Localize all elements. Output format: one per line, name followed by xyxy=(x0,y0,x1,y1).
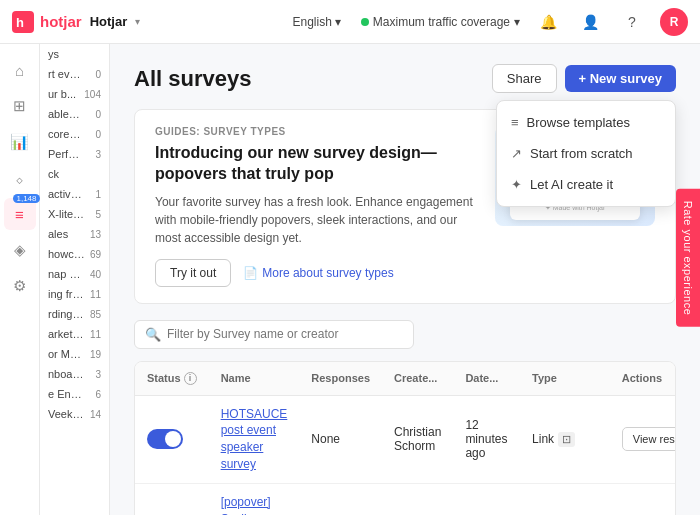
brand-caret-icon[interactable]: ▾ xyxy=(135,16,140,27)
browse-templates-item[interactable]: ≡ Browse templates xyxy=(497,107,675,138)
sidebar-item-label: activation... xyxy=(48,188,85,200)
surveys-table: Status i Name Responses Create... Date..… xyxy=(134,361,676,515)
sidebar-item-label: Veekly Su... xyxy=(48,408,85,420)
avatar[interactable]: R xyxy=(660,8,688,36)
status-cell xyxy=(135,483,209,515)
try-it-out-button[interactable]: Try it out xyxy=(155,259,231,287)
sidebar-item-count: 3 xyxy=(85,369,101,380)
brand-name: hotjar xyxy=(40,13,82,30)
traffic-coverage-selector[interactable]: Maximum traffic coverage ▾ xyxy=(361,15,520,29)
sidebar-list-item[interactable]: ys xyxy=(40,44,109,64)
sidebar-item-count: 3 xyxy=(85,149,101,160)
hotjar-logo-icon: h xyxy=(12,11,34,33)
main-content: All surveys Share + New survey ≡ Browse … xyxy=(110,44,700,515)
sidebar-item-label: ur b... xyxy=(48,88,76,100)
sidebar-list-item[interactable]: activation...1 xyxy=(40,184,109,204)
th-responses: Responses xyxy=(299,362,382,396)
status-toggle[interactable] xyxy=(147,429,183,449)
actions-cell: View responses ⋮ xyxy=(610,483,676,515)
start-scratch-item[interactable]: ↗ Start from scratch xyxy=(497,138,675,169)
th-creator: Create... xyxy=(382,362,453,396)
sidebar-icon-chart[interactable]: 📊 xyxy=(4,126,36,158)
sidebar-icon-grid[interactable]: ⊞ xyxy=(4,90,36,122)
sidebar-list-item[interactable]: arketing11 xyxy=(40,324,109,344)
search-icon: 🔍 xyxy=(145,327,161,342)
share-button[interactable]: Share xyxy=(492,64,557,93)
promo-title: Introducing our new survey design—popove… xyxy=(155,143,479,185)
search-bar: 🔍 xyxy=(134,320,414,349)
doc-icon: 📄 xyxy=(243,266,258,280)
new-survey-button[interactable]: + New survey xyxy=(565,65,676,92)
table-head: Status i Name Responses Create... Date..… xyxy=(135,362,676,396)
rate-experience-tab[interactable]: Rate your experience xyxy=(676,188,700,327)
logo[interactable]: h hotjar xyxy=(12,11,82,33)
lang-caret-icon: ▾ xyxy=(335,15,341,29)
responses-cell: None xyxy=(299,395,382,483)
sidebar-icon-settings[interactable]: ⚙ xyxy=(4,270,36,302)
ai-create-item[interactable]: ✦ Let AI create it xyxy=(497,169,675,200)
svg-text:h: h xyxy=(16,15,24,30)
sidebar-icon-feedback[interactable]: ◈ xyxy=(4,234,36,266)
actions-cell: View responses ⋮ xyxy=(610,395,676,483)
language-selector[interactable]: English ▾ xyxy=(292,15,340,29)
coverage-label: Maximum traffic coverage xyxy=(373,15,510,29)
sidebar-list-item[interactable]: Veekly Su...14 xyxy=(40,404,109,424)
sidebar-item-count: 11 xyxy=(85,289,101,300)
sidebar-list-item[interactable]: ing freel...11 xyxy=(40,284,109,304)
table-row: [popover] Scaling our business model v2 … xyxy=(135,483,676,515)
sidebar-item-count: 13 xyxy=(85,229,101,240)
sidebar-icon-home[interactable]: ⌂ xyxy=(4,54,36,86)
sidebar-list-item[interactable]: ur b...104 xyxy=(40,84,109,104)
sidebar-item-label: rding Pla... xyxy=(48,308,85,320)
sidebar-list-item[interactable]: ales13 xyxy=(40,224,109,244)
sidebar-list-item[interactable]: or Marke...19 xyxy=(40,344,109,364)
start-scratch-label: Start from scratch xyxy=(530,146,633,161)
more-about-button[interactable]: 📄 More about survey types xyxy=(243,266,393,280)
sidebar-list-item[interactable]: e Enable...6 xyxy=(40,384,109,404)
sidebar-icon-surveys[interactable]: ≡ 1,148 xyxy=(4,198,36,230)
date-cell: 12 minutes ago xyxy=(453,395,520,483)
sidebar-item-label: core® (N... xyxy=(48,128,85,140)
sidebar-list-item[interactable]: nboardin...3 xyxy=(40,364,109,384)
status-info-icon[interactable]: i xyxy=(184,372,197,385)
sidebar-item-label: rt event s... xyxy=(48,68,85,80)
name-cell: [popover] Scaling our business model v2 xyxy=(209,483,300,515)
promo-content: GUIDES: SURVEY TYPES Introducing our new… xyxy=(155,126,479,287)
th-actions: Actions xyxy=(610,362,676,396)
view-responses-button[interactable]: View responses xyxy=(622,427,676,451)
sidebar-list-item[interactable]: X-lite po...5 xyxy=(40,204,109,224)
sidebar-item-count: 0 xyxy=(85,109,101,120)
sidebar-list-item[interactable]: Perform...3 xyxy=(40,144,109,164)
responses-value: None xyxy=(311,432,340,446)
type-badge: Link ⊡ xyxy=(532,432,598,447)
language-label: English xyxy=(292,15,331,29)
sidebar-list-item[interactable]: core® (N...0 xyxy=(40,124,109,144)
scratch-icon: ↗ xyxy=(511,146,522,161)
sidebar-item-label: e Enable... xyxy=(48,388,85,400)
sidebar-item-count: 11 xyxy=(85,329,101,340)
sidebar-item-label: ing freel... xyxy=(48,288,85,300)
search-input[interactable] xyxy=(167,327,403,341)
sidebar-icon-funnel[interactable]: ⬦ xyxy=(4,162,36,194)
brand-label[interactable]: Hotjar xyxy=(90,14,128,29)
ai-icon: ✦ xyxy=(511,177,522,192)
type-cell: Popover ⊡ xyxy=(520,483,610,515)
sidebar-list-item[interactable]: rding Pla...85 xyxy=(40,304,109,324)
more-label: More about survey types xyxy=(262,266,393,280)
profile-button[interactable]: 👤 xyxy=(576,8,604,36)
survey-name-link[interactable]: HOTSAUCE post event speaker survey xyxy=(221,407,288,471)
th-name: Name xyxy=(209,362,300,396)
sidebar-list-item[interactable]: ck xyxy=(40,164,109,184)
sidebar-list-item[interactable]: howcasin...69 xyxy=(40,244,109,264)
responses-cell: 104 xyxy=(299,483,382,515)
date-value: 12 minutes ago xyxy=(465,418,507,460)
sidebar-list-item[interactable]: nap Usa...40 xyxy=(40,264,109,284)
help-button[interactable]: ? xyxy=(618,8,646,36)
sidebar-item-count: 69 xyxy=(85,249,101,260)
sidebar-list-item[interactable]: ableme...0 xyxy=(40,104,109,124)
type-label: Link xyxy=(532,432,554,446)
sidebar-list-item[interactable]: rt event s...0 xyxy=(40,64,109,84)
sidebar-item-label: ableme... xyxy=(48,108,85,120)
notifications-button[interactable]: 🔔 xyxy=(534,8,562,36)
survey-name-link[interactable]: [popover] Scaling our business model v2 xyxy=(221,495,281,515)
